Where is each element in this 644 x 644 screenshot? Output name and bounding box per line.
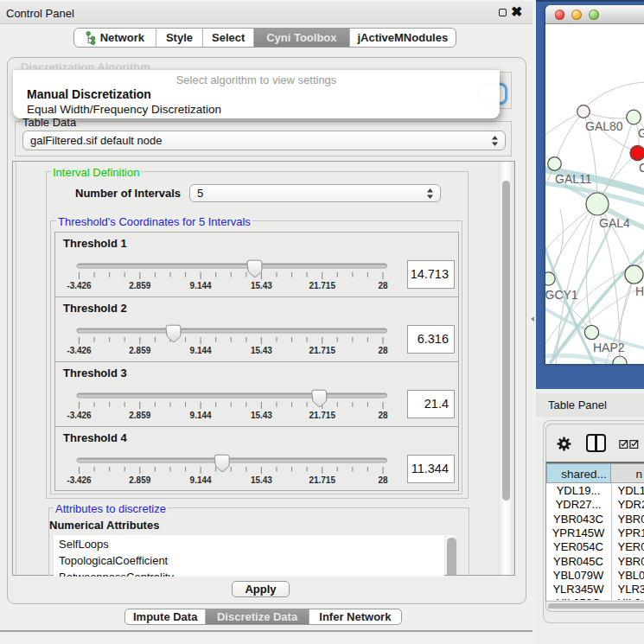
svg-text:GCY1: GCY1 <box>545 288 578 302</box>
svg-text:GAL80: GAL80 <box>585 119 623 133</box>
svg-text:GA: GA <box>638 126 644 140</box>
svg-text:C: C <box>639 161 644 175</box>
svg-text:H: H <box>635 284 644 298</box>
svg-text:HAP2: HAP2 <box>593 341 625 354</box>
svg-text:GAL4: GAL4 <box>599 216 630 230</box>
svg-text:GAL11: GAL11 <box>555 172 592 186</box>
